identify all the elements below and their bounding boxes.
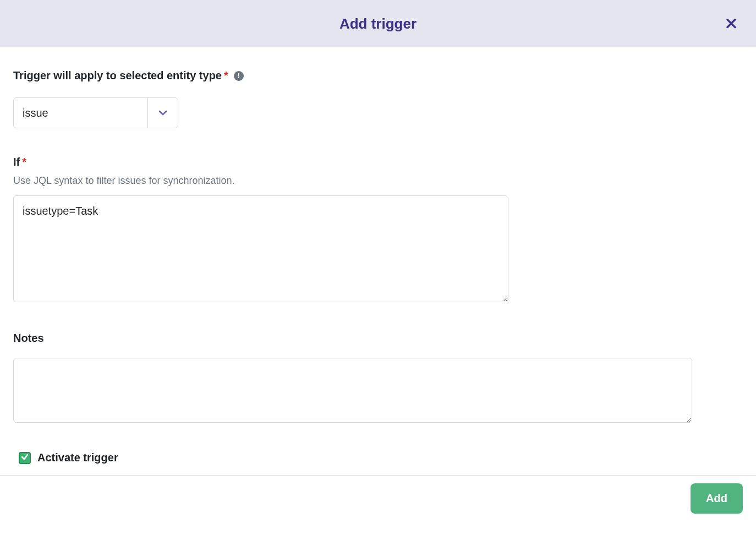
if-label: If*	[13, 156, 26, 168]
modal-body: Trigger will apply to selected entity ty…	[0, 47, 756, 475]
activate-trigger-checkbox[interactable]	[19, 452, 31, 464]
add-button[interactable]: Add	[691, 483, 743, 514]
notes-textarea[interactable]	[13, 358, 692, 423]
if-section: If* Use JQL syntax to filter issues for …	[13, 156, 743, 304]
if-label-text: If	[13, 156, 20, 168]
entity-type-section: Trigger will apply to selected entity ty…	[13, 69, 743, 128]
modal-header: Add trigger	[0, 0, 756, 47]
activate-trigger-label[interactable]: Activate trigger	[37, 451, 118, 464]
entity-type-label: Trigger will apply to selected entity ty…	[13, 69, 244, 82]
activate-trigger-row: Activate trigger	[13, 447, 743, 475]
close-button[interactable]	[723, 12, 739, 36]
notes-label-text: Notes	[13, 332, 44, 345]
modal-footer: Add	[0, 475, 756, 521]
entity-type-label-text: Trigger will apply to selected entity ty…	[13, 69, 222, 82]
entity-type-value: issue	[14, 98, 148, 128]
entity-type-select[interactable]: issue	[13, 97, 178, 128]
required-asterisk: *	[224, 69, 228, 82]
if-help-text: Use JQL syntax to filter issues for sync…	[13, 175, 743, 187]
required-asterisk: *	[22, 156, 26, 168]
if-textarea[interactable]	[13, 195, 508, 302]
notes-section: Notes	[13, 332, 743, 425]
check-icon	[21, 453, 29, 463]
modal-title: Add trigger	[339, 15, 417, 32]
info-icon[interactable]: !	[234, 71, 244, 81]
notes-label: Notes	[13, 332, 44, 345]
chevron-down-icon	[148, 98, 178, 128]
close-icon	[726, 15, 736, 32]
